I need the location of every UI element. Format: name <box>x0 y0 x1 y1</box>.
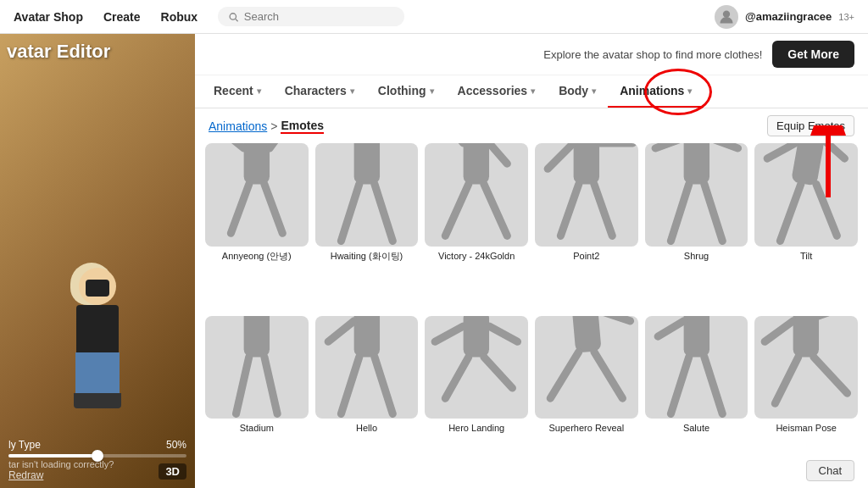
svg-line-25 <box>560 185 578 236</box>
emote-card-6[interactable]: Stadium <box>205 316 309 482</box>
breadcrumb-separator: > <box>270 119 277 133</box>
loading-text: tar isn't loading correctly? <box>8 459 114 469</box>
svg-line-30 <box>709 143 737 148</box>
tab-animations-chevron: ▾ <box>687 86 692 96</box>
emote-card-5[interactable]: Tilt <box>754 143 858 309</box>
emotes-grid: Annyeong (안녕)Hwaiting (화이팅)Victory - 24k… <box>195 143 868 488</box>
tab-accessories[interactable]: Accessories ▾ <box>446 75 548 108</box>
svg-line-67 <box>670 357 688 413</box>
emote-label-4: Shrug <box>684 250 709 262</box>
svg-line-24 <box>548 143 573 169</box>
avatar-mask <box>86 280 109 297</box>
emote-label-11: Heisman Pose <box>776 422 837 434</box>
search-icon <box>228 11 239 23</box>
breadcrumb-parent[interactable]: Animations <box>209 119 267 133</box>
emote-card-10[interactable]: Salute <box>645 316 748 482</box>
tab-accessories-chevron: ▾ <box>531 86 535 96</box>
svg-line-6 <box>270 143 292 148</box>
svg-line-1 <box>236 19 238 21</box>
tab-animations[interactable]: Animations ▾ <box>608 75 704 108</box>
redraw-link[interactable]: Redraw <box>8 469 43 481</box>
body-type-slider[interactable] <box>8 454 186 458</box>
tab-recent-chevron: ▾ <box>257 86 261 96</box>
svg-line-31 <box>670 185 688 241</box>
promo-text: Explore the avatar shop to find more clo… <box>543 48 762 61</box>
svg-rect-4 <box>244 143 270 185</box>
svg-line-48 <box>328 321 353 341</box>
emote-thumb-1 <box>315 143 419 247</box>
emote-card-7[interactable]: Hello <box>315 316 419 482</box>
svg-point-0 <box>230 13 236 19</box>
svg-line-26 <box>594 185 612 236</box>
breadcrumb-current: Emotes <box>281 119 324 134</box>
svg-line-20 <box>484 185 507 236</box>
tab-clothing[interactable]: Clothing ▾ <box>366 75 446 108</box>
svg-rect-16 <box>464 143 489 185</box>
tab-recent-label: Recent <box>214 84 253 97</box>
breadcrumb: Animations > Emotes <box>209 119 324 134</box>
get-more-button[interactable]: Get More <box>772 41 854 68</box>
svg-line-13 <box>341 185 359 241</box>
svg-line-32 <box>704 185 722 241</box>
user-area: @amaziingracee 13+ <box>715 5 854 29</box>
emote-thumb-7 <box>315 316 419 419</box>
emote-thumb-9 <box>535 316 638 419</box>
chat-button[interactable]: Chat <box>806 460 854 481</box>
emote-card-1[interactable]: Hwaiting (화이팅) <box>315 143 419 309</box>
avatar <box>715 5 738 29</box>
svg-line-49 <box>341 357 359 413</box>
svg-line-44 <box>264 357 277 413</box>
tab-characters[interactable]: Characters ▾ <box>273 75 366 108</box>
emote-card-0[interactable]: Annyeong (안녕) <box>205 143 309 309</box>
emote-label-3: Point2 <box>573 250 599 262</box>
emote-card-4[interactable]: Shrug <box>645 143 748 309</box>
emote-card-8[interactable]: Hero Landing <box>425 316 528 482</box>
right-panel: Explore the avatar shop to find more clo… <box>195 34 868 488</box>
category-tabs: Recent ▾ Characters ▾ Clothing ▾ Accesso… <box>195 75 868 108</box>
svg-line-72 <box>765 321 793 341</box>
avatar-figure <box>42 251 153 437</box>
slider-fill <box>8 454 97 458</box>
emote-thumb-8 <box>425 316 528 419</box>
svg-rect-34 <box>791 143 826 186</box>
equip-emotes-button[interactable]: Equip Emotes <box>767 115 854 136</box>
emote-card-3[interactable]: Point2 <box>535 143 638 309</box>
emote-card-11[interactable]: Heisman Pose <box>754 316 858 482</box>
svg-line-60 <box>599 316 631 321</box>
svg-rect-28 <box>683 143 709 185</box>
search-bar[interactable] <box>218 7 404 26</box>
emote-card-2[interactable]: Victory - 24kGoldn <box>425 143 528 309</box>
tab-body[interactable]: Body ▾ <box>547 75 608 108</box>
svg-line-61 <box>550 352 578 398</box>
svg-line-37 <box>781 185 801 241</box>
promo-bar: Explore the avatar shop to find more clo… <box>195 34 868 75</box>
age-badge: 13+ <box>838 12 854 22</box>
svg-point-2 <box>723 10 730 17</box>
svg-line-43 <box>236 357 248 413</box>
svg-line-36 <box>821 143 844 158</box>
tab-recent[interactable]: Recent ▾ <box>202 75 273 108</box>
svg-rect-64 <box>683 316 709 358</box>
emote-thumb-11 <box>754 316 858 419</box>
svg-rect-58 <box>571 316 602 353</box>
emote-thumb-0 <box>205 143 309 247</box>
avatar-head <box>79 268 116 305</box>
tab-animations-label: Animations <box>620 84 684 97</box>
svg-line-19 <box>446 185 469 236</box>
emote-thumb-4 <box>645 143 748 247</box>
svg-rect-22 <box>574 143 599 185</box>
nav-robux[interactable]: Robux <box>161 10 198 24</box>
svg-line-55 <box>446 357 469 398</box>
badge-3d: 3D <box>159 463 186 480</box>
svg-rect-70 <box>793 316 819 358</box>
body-type-text: ly Type <box>8 439 41 451</box>
search-input[interactable] <box>244 10 394 23</box>
emote-label-7: Hello <box>356 422 377 434</box>
avatar-torso <box>76 305 119 356</box>
body-type-percent: 50% <box>166 439 186 451</box>
emote-label-8: Hero Landing <box>448 422 504 434</box>
svg-line-68 <box>704 357 722 413</box>
emote-card-9[interactable]: Superhero Reveal <box>535 316 638 482</box>
nav-create[interactable]: Create <box>103 10 141 24</box>
nav-avatar-shop[interactable]: Avatar Shop <box>14 10 83 24</box>
